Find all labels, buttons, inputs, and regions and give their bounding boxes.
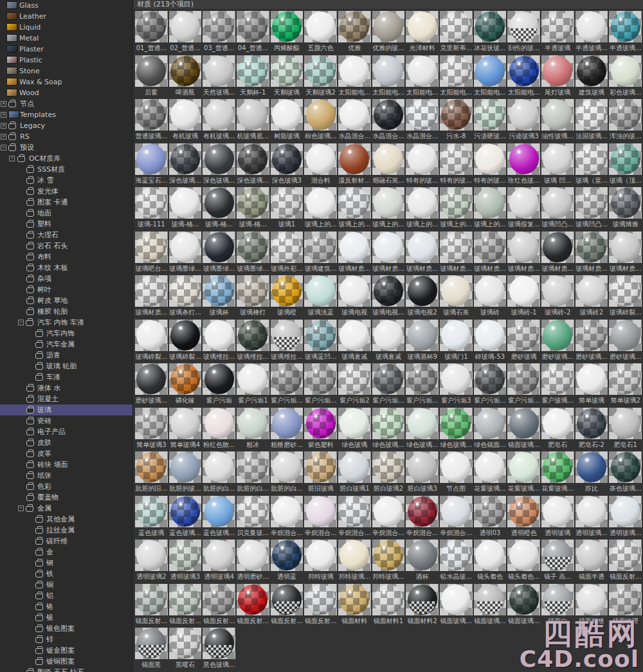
sidebar-item-发光体[interactable]: 发光体 — [0, 186, 133, 197]
material-item[interactable]: 浑浊的玻... — [609, 99, 642, 143]
sidebar-item-oc材质库[interactable]: −OC材质库 — [0, 153, 133, 164]
sidebar-item-镀铜图案[interactable]: 镀铜图案 — [0, 656, 133, 667]
material-thumbnail[interactable] — [440, 320, 473, 351]
material-item[interactable]: 镜面材料1 — [372, 584, 405, 628]
material-thumbnail[interactable] — [507, 496, 540, 527]
material-thumbnail[interactable] — [507, 584, 540, 615]
material-thumbnail[interactable] — [271, 496, 303, 527]
material-item[interactable]: 玻璃墨绿... — [203, 232, 235, 276]
material-thumbnail[interactable] — [169, 628, 202, 659]
material-item[interactable]: 透明玻璃4 — [203, 540, 235, 584]
material-item[interactable]: 玻璃维拉... — [271, 320, 303, 364]
material-item[interactable]: 玻璃材质... — [609, 232, 642, 276]
sidebar-item-玻璃-轮胎[interactable]: 玻璃 轮胎 — [0, 361, 133, 372]
material-item[interactable]: 肮脏的玻... — [169, 451, 202, 496]
material-item[interactable]: 玻璃碎裂... — [609, 275, 642, 320]
expand-icon[interactable]: + — [1, 112, 6, 118]
material-thumbnail[interactable] — [271, 232, 303, 263]
material-item[interactable]: 蓝色玻璃... — [203, 496, 235, 540]
material-item[interactable]: 机玻璃底... — [237, 99, 269, 143]
material-thumbnail[interactable] — [474, 496, 507, 527]
material-item[interactable]: 玻璃砖-2 — [541, 275, 574, 320]
material-item[interactable]: 磨砂玻璃... — [609, 320, 642, 364]
material-thumbnail[interactable] — [237, 232, 269, 263]
material-item[interactable]: 透明玻璃... — [609, 496, 642, 540]
material-item[interactable]: 镜面玻璃... — [507, 408, 540, 452]
material-item[interactable]: 玻璃材质... — [575, 232, 608, 276]
material-item[interactable]: 镜面材料 — [338, 584, 371, 628]
material-thumbnail[interactable] — [440, 143, 473, 175]
material-item[interactable]: 02_普通... — [169, 11, 202, 55]
sidebar-item-金属[interactable]: −金属 — [0, 503, 133, 514]
material-thumbnail[interactable] — [338, 187, 371, 219]
material-item[interactable]: 玻璃砖 — [474, 275, 507, 320]
material-thumbnail[interactable] — [203, 187, 235, 219]
material-item[interactable]: 透明玻璃3 — [169, 540, 202, 584]
material-thumbnail[interactable] — [203, 143, 235, 175]
material-item[interactable]: 镜面反射... — [237, 584, 269, 628]
material-item[interactable]: 磨砂玻璃 — [507, 320, 540, 364]
sidebar-item-砖块-墙面[interactable]: 砖块 墙面 — [0, 459, 133, 470]
material-thumbnail[interactable] — [372, 143, 405, 175]
material-item[interactable]: 玻璃材质... — [541, 232, 574, 276]
expand-icon[interactable]: + — [1, 123, 6, 129]
material-item[interactable]: 克里斯蒂... — [440, 11, 473, 55]
material-thumbnail[interactable] — [338, 232, 371, 263]
material-thumbnail[interactable] — [474, 11, 507, 42]
material-thumbnail[interactable] — [169, 143, 202, 175]
expand-icon[interactable]: + — [1, 134, 6, 140]
material-item[interactable]: 辛烷混合... — [304, 496, 337, 540]
material-thumbnail[interactable] — [406, 55, 439, 87]
material-item[interactable]: 肮脏的白... — [237, 451, 269, 496]
material-thumbnail[interactable] — [169, 540, 202, 571]
material-thumbnail[interactable] — [169, 408, 202, 439]
material-thumbnail[interactable] — [203, 275, 235, 307]
material-item[interactable]: 天鹅玻璃2 — [304, 55, 337, 100]
material-item[interactable]: 透明玻璃2 — [135, 540, 168, 584]
material-thumbnail[interactable] — [575, 584, 608, 615]
material-thumbnail[interactable] — [237, 451, 269, 483]
material-item[interactable]: 镜面反射... — [271, 584, 303, 628]
material-thumbnail[interactable] — [304, 408, 337, 439]
material-item[interactable]: 邦特玻璃... — [338, 540, 371, 584]
material-item[interactable]: 透明橙色 — [507, 496, 540, 540]
material-item[interactable]: 玻璃砖2 — [575, 275, 608, 320]
material-item[interactable]: 镜面反射... — [203, 584, 235, 628]
material-thumbnail[interactable] — [507, 275, 540, 307]
material-thumbnail[interactable] — [474, 187, 507, 219]
sidebar-item-岩石-石头[interactable]: 岩石 石头 — [0, 241, 133, 251]
material-thumbnail[interactable] — [271, 584, 303, 615]
material-thumbnail[interactable] — [406, 275, 439, 307]
material-item[interactable]: 磷化镓 — [169, 363, 202, 408]
material-thumbnail[interactable] — [237, 408, 269, 439]
material-thumbnail[interactable] — [609, 363, 642, 395]
material-thumbnail[interactable] — [474, 451, 507, 483]
material-thumbnail[interactable] — [541, 275, 574, 307]
material-thumbnail[interactable] — [203, 99, 235, 131]
material-thumbnail[interactable] — [474, 363, 507, 395]
material-item[interactable]: 镜面玻璃... — [440, 584, 473, 628]
material-item[interactable]: 熔融石英... — [372, 143, 405, 188]
material-item[interactable]: 太阳能电... — [372, 55, 405, 100]
material-thumbnail[interactable] — [609, 143, 642, 175]
material-item[interactable]: 磨砂玻璃... — [135, 363, 168, 408]
material-thumbnail[interactable] — [203, 408, 235, 439]
sidebar-item-leather[interactable]: Leather — [0, 11, 133, 22]
material-thumbnail[interactable] — [575, 451, 608, 483]
material-thumbnail[interactable] — [474, 540, 507, 571]
material-thumbnail[interactable] — [169, 363, 202, 395]
sidebar-item-冰-雪[interactable]: 冰 雪 — [0, 175, 133, 186]
material-item[interactable]: 镜面黑 — [135, 628, 168, 672]
sidebar-item-汽车-内饰-车漆[interactable]: −汽车 内饰 车漆 — [0, 317, 133, 328]
material-thumbnail[interactable] — [507, 363, 540, 395]
material-thumbnail[interactable] — [169, 55, 202, 87]
material-thumbnail[interactable] — [271, 320, 303, 351]
sidebar-item-皮肤[interactable]: 皮肤 — [0, 437, 133, 448]
material-item[interactable]: 粗糙磨砂... — [271, 408, 303, 452]
material-thumbnail[interactable] — [271, 187, 303, 219]
material-thumbnail[interactable] — [372, 55, 405, 87]
material-item[interactable]: 玻璃墨绿... — [237, 232, 269, 276]
material-thumbnail[interactable] — [541, 143, 574, 175]
material-thumbnail[interactable] — [338, 320, 371, 351]
material-thumbnail[interactable] — [271, 275, 303, 307]
